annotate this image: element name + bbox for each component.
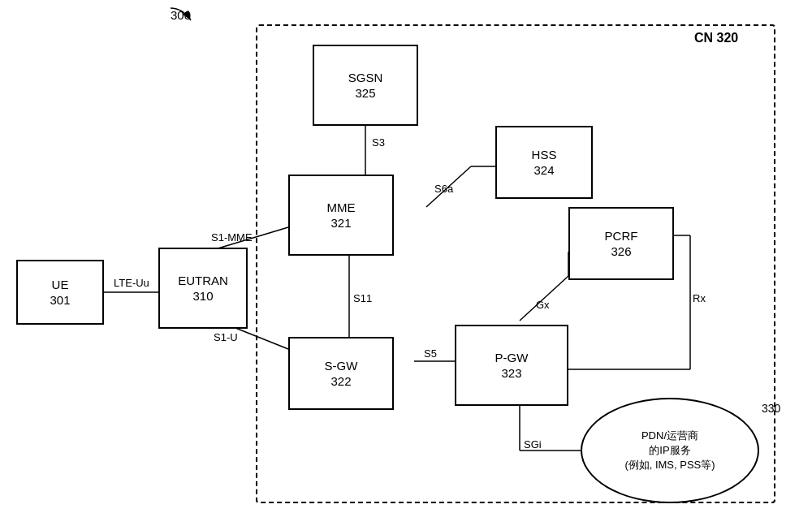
eutran-label: EUTRAN	[178, 273, 228, 289]
ue-number: 301	[50, 292, 70, 308]
sgi-label: SGi	[524, 438, 542, 451]
eutran-number: 310	[192, 288, 213, 304]
cn-label: CN 320	[694, 31, 738, 45]
s1-u-label: S1-U	[214, 331, 238, 343]
pgw-node: P-GW 323	[455, 325, 568, 406]
sgw-node: S-GW 322	[288, 337, 394, 410]
s1-mme-label: S1-MME	[211, 231, 253, 244]
pcrf-number: 326	[611, 244, 631, 260]
mme-number: 321	[330, 215, 351, 231]
s6a-label: S6a	[434, 183, 453, 195]
ue-node: UE 301	[16, 260, 104, 325]
pdn-number: 330	[762, 402, 780, 415]
rx-label: Rx	[693, 292, 706, 304]
gx-label: Gx	[536, 299, 550, 311]
s11-label: S11	[353, 292, 372, 304]
sgsn-number: 325	[355, 85, 375, 101]
s3-label: S3	[372, 136, 385, 149]
pgw-number: 323	[501, 365, 521, 382]
pcrf-label: PCRF	[605, 228, 638, 244]
mme-label: MME	[327, 200, 356, 216]
s5-label: S5	[424, 347, 437, 360]
lte-uu-label: LTE-Uu	[114, 277, 149, 289]
pgw-label: P-GW	[495, 350, 529, 366]
hss-node: HSS 324	[495, 126, 593, 199]
eutran-node: EUTRAN 310	[158, 248, 248, 329]
sgw-label: S-GW	[325, 358, 358, 374]
title-arrow	[138, 4, 203, 37]
pdn-label: PDN/运营商的IP服务(例如, IMS, PSS等)	[624, 429, 715, 473]
ue-label: UE	[52, 277, 69, 293]
mme-node: MME 321	[288, 175, 394, 256]
diagram-container: CN 320 300 UE 301 EUTRAN 310 SGSN 325 HS…	[0, 0, 812, 526]
hss-number: 324	[533, 162, 554, 179]
sgw-number: 322	[330, 373, 351, 390]
pdn-node: PDN/运营商的IP服务(例如, IMS, PSS等)	[581, 398, 759, 503]
pcrf-node: PCRF 326	[568, 207, 674, 280]
sgsn-node: SGSN 325	[313, 45, 418, 126]
sgsn-label: SGSN	[348, 70, 383, 86]
hss-label: HSS	[532, 147, 557, 163]
